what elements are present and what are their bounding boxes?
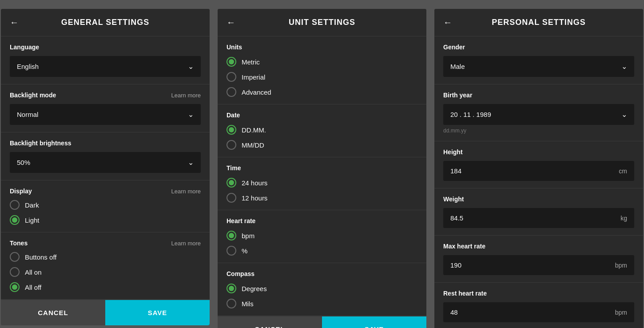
weight-field[interactable]: 84.5 kg [443, 208, 634, 228]
backlight-mode-dropdown[interactable]: Normal ⌄ [10, 104, 201, 125]
general-cancel-button[interactable]: CANCEL [1, 300, 105, 325]
unit-metric-radio[interactable] [227, 57, 236, 67]
compass-mils-option[interactable]: Mils [227, 299, 417, 308]
tones-buttons-off-radio[interactable] [10, 252, 20, 262]
language-section: Language English ⌄ [1, 36, 210, 84]
personal-settings-panel: ← PERSONAL SETTINGS Gender Male ⌄ Birth … [434, 9, 643, 328]
backlight-mode-section: Backlight mode Learn more Normal ⌄ [1, 84, 210, 132]
heart-rate-percent-label: % [242, 247, 247, 255]
panels-container: ← GENERAL SETTINGS Language English ⌄ Ba… [1, 9, 643, 328]
time-12h-label: 12 hours [242, 194, 267, 202]
unit-save-button[interactable]: SAVE [322, 316, 426, 328]
general-save-button[interactable]: SAVE [105, 300, 210, 325]
max-heart-rate-field[interactable]: 190 bpm [443, 255, 634, 275]
display-dark-option[interactable]: Dark [10, 200, 201, 210]
units-label: Units [227, 44, 417, 51]
unit-settings-title: UNIT SETTINGS [289, 18, 355, 27]
heart-rate-bpm-radio[interactable] [227, 231, 236, 240]
unit-metric-option[interactable]: Metric [227, 57, 417, 67]
time-12h-radio[interactable] [227, 193, 236, 203]
general-settings-panel: ← GENERAL SETTINGS Language English ⌄ Ba… [1, 9, 210, 325]
heart-rate-percent-option[interactable]: % [227, 246, 417, 256]
display-radio-group: Dark Light [10, 200, 201, 225]
backlight-brightness-arrow: ⌄ [188, 158, 194, 167]
gender-value: Male [450, 63, 465, 70]
tones-all-on-option[interactable]: All on [10, 267, 201, 277]
rest-heart-rate-field[interactable]: 48 bpm [443, 302, 634, 322]
backlight-brightness-value: 50% [17, 159, 30, 166]
unit-cancel-button[interactable]: CANCEL [218, 316, 322, 328]
time-24h-radio[interactable] [227, 178, 236, 188]
heart-rate-radio-group: bpm % [227, 231, 417, 256]
display-light-radio[interactable] [10, 215, 20, 225]
date-ddmm-option[interactable]: DD.MM. [227, 125, 417, 135]
gender-section: Gender Male ⌄ [434, 36, 643, 84]
date-mmdd-radio[interactable] [227, 140, 236, 150]
tones-buttons-off-label: Buttons off [25, 253, 56, 261]
personal-back-button[interactable]: ← [443, 17, 452, 28]
birth-year-dropdown[interactable]: 20 . 11 . 1989 ⌄ [443, 104, 634, 125]
time-section: Time 24 hours 12 hours [218, 157, 426, 210]
personal-settings-title: PERSONAL SETTINGS [492, 18, 586, 27]
general-settings-header: ← GENERAL SETTINGS [1, 9, 210, 36]
gender-dropdown[interactable]: Male ⌄ [443, 56, 634, 77]
heart-rate-percent-radio[interactable] [227, 246, 236, 256]
time-24h-label: 24 hours [242, 179, 267, 187]
weight-label: Weight [443, 196, 634, 203]
compass-mils-radio[interactable] [227, 299, 236, 308]
display-label: Display Learn more [10, 188, 201, 195]
unit-advanced-radio[interactable] [227, 87, 236, 97]
date-radio-group: DD.MM. MM/DD [227, 125, 417, 150]
time-12h-option[interactable]: 12 hours [227, 193, 417, 203]
rest-heart-rate-unit: bpm [615, 309, 627, 316]
tones-learn-more[interactable]: Learn more [171, 240, 201, 247]
birth-year-value: 20 . 11 . 1989 [450, 111, 491, 118]
unit-settings-body: Units Metric Imperial Advanced [218, 36, 426, 316]
display-section: Display Learn more Dark Light [1, 180, 210, 232]
unit-advanced-label: Advanced [242, 88, 271, 96]
language-dropdown[interactable]: English ⌄ [10, 56, 201, 77]
tones-buttons-off-option[interactable]: Buttons off [10, 252, 201, 262]
language-dropdown-arrow: ⌄ [188, 62, 194, 71]
date-label: Date [227, 112, 417, 119]
general-back-button[interactable]: ← [10, 17, 19, 28]
backlight-brightness-dropdown[interactable]: 50% ⌄ [10, 152, 201, 173]
tones-all-on-radio[interactable] [10, 267, 20, 277]
display-light-option[interactable]: Light [10, 215, 201, 225]
heart-rate-label: Heart rate [227, 217, 417, 224]
backlight-mode-arrow: ⌄ [188, 110, 194, 119]
compass-radio-group: Degrees Mils [227, 284, 417, 308]
personal-settings-body: Gender Male ⌄ Birth year 20 . 11 . 1989 … [434, 36, 643, 328]
unit-imperial-radio[interactable] [227, 72, 236, 82]
display-dark-radio[interactable] [10, 200, 20, 210]
time-radio-group: 24 hours 12 hours [227, 178, 417, 203]
display-learn-more[interactable]: Learn more [171, 188, 201, 195]
date-ddmm-radio[interactable] [227, 125, 236, 135]
display-light-label: Light [25, 216, 40, 224]
date-mmdd-option[interactable]: MM/DD [227, 140, 417, 150]
time-24h-option[interactable]: 24 hours [227, 178, 417, 188]
unit-settings-footer: CANCEL SAVE [218, 316, 426, 328]
birth-year-label: Birth year [443, 92, 634, 99]
birth-year-section: Birth year 20 . 11 . 1989 ⌄ dd.mm.yy [434, 84, 643, 141]
units-section: Units Metric Imperial Advanced [218, 36, 426, 104]
tones-all-off-radio[interactable] [10, 282, 20, 292]
backlight-brightness-section: Backlight brightness 50% ⌄ [1, 132, 210, 180]
height-section: Height 184 cm [434, 141, 643, 188]
heart-rate-bpm-option[interactable]: bpm [227, 231, 417, 240]
language-label: Language [10, 44, 201, 51]
date-section: Date DD.MM. MM/DD [218, 104, 426, 157]
weight-section: Weight 84.5 kg [434, 188, 643, 236]
display-dark-label: Dark [25, 201, 39, 209]
unit-back-button[interactable]: ← [227, 17, 235, 28]
tones-label: Tones Learn more [10, 240, 201, 247]
compass-degrees-radio[interactable] [227, 284, 236, 293]
unit-settings-panel: ← UNIT SETTINGS Units Metric Imperial [218, 9, 426, 328]
unit-advanced-option[interactable]: Advanced [227, 87, 417, 97]
height-value: 184 [450, 167, 461, 175]
unit-imperial-option[interactable]: Imperial [227, 72, 417, 82]
height-field[interactable]: 184 cm [443, 161, 634, 181]
backlight-mode-learn-more[interactable]: Learn more [171, 92, 201, 99]
compass-degrees-option[interactable]: Degrees [227, 284, 417, 293]
tones-all-off-option[interactable]: All off [10, 282, 201, 292]
